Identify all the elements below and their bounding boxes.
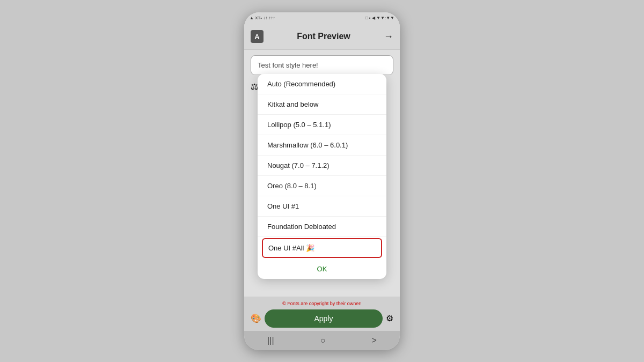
- app-header: A Font Preview →: [244, 24, 400, 50]
- header-arrow-icon[interactable]: →: [384, 31, 393, 42]
- dropdown-overlay: Auto (Recommended) Kitkat and below Loll…: [244, 50, 400, 297]
- bottom-bar: © Fonts are copyright by their owner! 🎨 …: [244, 297, 400, 331]
- dropdown-item-oreo[interactable]: Oreo (8.0 – 8.1): [258, 176, 386, 196]
- dropdown-item-marshmallow[interactable]: Marshmallow (6.0 – 6.0.1): [258, 135, 386, 156]
- dropdown-item-lollipop[interactable]: Lollipop (5.0 – 5.1.1): [258, 115, 386, 135]
- dropdown-item-kitkat[interactable]: Kitkat and below: [258, 94, 386, 115]
- palette-icon: 🎨: [251, 313, 261, 323]
- copyright-text: © Fonts are copyright by their owner!: [251, 301, 393, 306]
- dropdown-item-auto[interactable]: Auto (Recommended): [258, 74, 386, 94]
- phone-frame: ▲ XT• ↓↑ ↑↑↑ □ ▪ ◀ ▼▼:▼▼ A Font Preview …: [244, 12, 400, 350]
- nav-bar: ||| ○ >: [244, 331, 400, 350]
- dropdown-item-nougat[interactable]: Nougat (7.0 – 7.1.2): [258, 156, 386, 176]
- apply-btn-row: 🎨 Apply ⚙: [251, 309, 393, 328]
- back-icon[interactable]: >: [372, 336, 377, 345]
- recents-icon[interactable]: |||: [267, 336, 274, 345]
- dropdown-item-foundation[interactable]: Foundation Debloated: [258, 217, 386, 237]
- status-right: □ ▪ ◀ ▼▼:▼▼: [365, 16, 394, 20]
- status-bar: ▲ XT• ↓↑ ↑↑↑ □ ▪ ◀ ▼▼:▼▼: [244, 12, 400, 24]
- apply-button[interactable]: Apply: [265, 309, 383, 328]
- app-icon-a[interactable]: A: [251, 30, 264, 43]
- dropdown-item-oneui1[interactable]: One UI #1: [258, 196, 386, 217]
- status-left-text: ▲ XT• ↓↑ ↑↑↑: [250, 16, 275, 20]
- home-icon[interactable]: ○: [320, 336, 326, 345]
- status-left: ▲ XT• ↓↑ ↑↑↑: [250, 16, 275, 20]
- dropdown-card: Auto (Recommended) Kitkat and below Loll…: [258, 74, 386, 279]
- dropdown-item-oneui-all[interactable]: One UI #All 🎉: [262, 238, 382, 258]
- settings-icon[interactable]: ⚙: [386, 313, 393, 323]
- dropdown-ok-button[interactable]: OK: [258, 259, 386, 279]
- page-title: Font Preview: [264, 32, 384, 41]
- main-content: Test font style here! ⚖ Auto (Recommende…: [244, 50, 400, 297]
- status-right-text: □ ▪ ◀ ▼▼:▼▼: [365, 16, 394, 20]
